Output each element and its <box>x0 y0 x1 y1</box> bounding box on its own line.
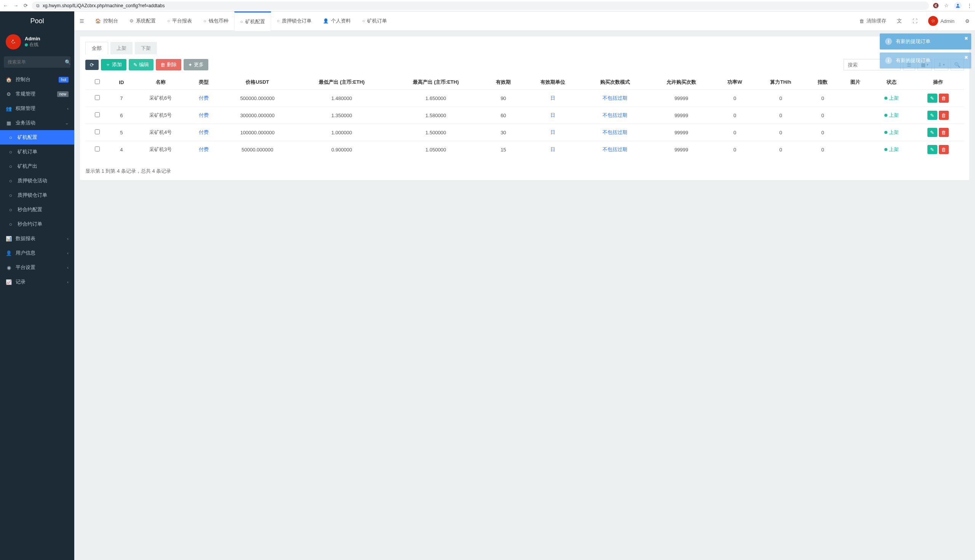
kebab-icon[interactable]: ⋮ <box>967 3 972 8</box>
column-header[interactable]: 购买次数模式 <box>582 75 648 90</box>
status-badge[interactable]: 上架 <box>885 112 899 119</box>
row-delete-button[interactable]: 🗑 <box>939 145 949 154</box>
profile-icon[interactable] <box>954 2 962 10</box>
notification-toast[interactable]: i 有新的提现订单 ✖ <box>880 52 971 68</box>
column-header[interactable]: 最高产出 (主币:ETH) <box>389 75 483 90</box>
sidebar-search-input[interactable] <box>8 59 65 65</box>
sidebar-item[interactable]: ▦业务活动⌄ <box>0 116 74 130</box>
row-edit-button[interactable]: ✎ <box>927 128 937 137</box>
add-button[interactable]: ＋ 添加 <box>101 59 126 70</box>
status-badge[interactable]: 上架 <box>885 146 899 153</box>
row-delete-button[interactable]: 🗑 <box>939 111 949 120</box>
row-checkbox[interactable] <box>95 95 100 100</box>
top-tab[interactable]: ○矿机订单 <box>356 12 393 30</box>
type-link[interactable]: 付费 <box>199 147 209 152</box>
top-tab[interactable]: ⚙系统配置 <box>124 12 162 30</box>
column-header[interactable]: 最低产出 (主币:ETH) <box>295 75 389 90</box>
column-header[interactable]: 名称 <box>133 75 187 90</box>
sidebar-subitem[interactable]: ○矿机产出 <box>0 159 74 173</box>
settings-gear-icon[interactable]: ⚙ <box>960 12 975 30</box>
row-delete-button[interactable]: 🗑 <box>939 93 949 103</box>
mode-link[interactable]: 不包括过期 <box>602 147 627 152</box>
column-header[interactable] <box>85 75 109 90</box>
status-badge[interactable]: 上架 <box>885 129 899 136</box>
column-header[interactable]: 类型 <box>188 75 220 90</box>
mode-link[interactable]: 不包括过期 <box>602 112 627 118</box>
row-checkbox[interactable] <box>95 147 100 152</box>
bookmark-icon[interactable]: ☆ <box>944 3 949 8</box>
column-header[interactable]: 有效期 <box>483 75 524 90</box>
close-icon[interactable]: ✖ <box>964 36 968 41</box>
column-header[interactable]: 状态 <box>871 75 912 90</box>
unit-link[interactable]: 日 <box>550 129 555 135</box>
sidebar-subitem[interactable]: ○矿机订单 <box>0 145 74 159</box>
column-header[interactable]: 图片 <box>839 75 871 90</box>
close-icon[interactable]: ✖ <box>964 55 968 60</box>
subtab[interactable]: 下架 <box>135 42 157 54</box>
row-edit-button[interactable]: ✎ <box>927 145 937 154</box>
column-header[interactable]: 价格USDT <box>220 75 294 90</box>
top-tab[interactable]: ○钱包币种 <box>198 12 234 30</box>
edit-button[interactable]: ✎ 编辑 <box>129 59 154 70</box>
sidebar-item[interactable]: 👤用户信息‹ <box>0 246 74 260</box>
column-header[interactable]: ID <box>109 75 133 90</box>
sidebar-subitem[interactable]: ○质押锁仓活动 <box>0 173 74 188</box>
row-checkbox[interactable] <box>95 129 100 134</box>
site-info-icon[interactable]: ⧉ <box>36 3 40 8</box>
status-badge[interactable]: 上架 <box>885 95 899 102</box>
hamburger-icon[interactable]: ☰ <box>74 12 90 30</box>
unit-link[interactable]: 日 <box>550 95 555 101</box>
more-button[interactable]: ✦ 更多 <box>184 59 208 70</box>
unit-link[interactable]: 日 <box>550 112 555 118</box>
mute-icon[interactable]: 🔇 <box>933 3 939 8</box>
sidebar-search[interactable]: 🔍 <box>4 56 70 68</box>
mode-link[interactable]: 不包括过期 <box>602 95 627 101</box>
sidebar-item[interactable]: 🏠控制台hot <box>0 72 74 87</box>
fullscreen-icon[interactable]: ⛶ <box>907 12 923 30</box>
type-link[interactable]: 付费 <box>199 95 209 101</box>
column-header[interactable]: 允许购买次数 <box>648 75 714 90</box>
sidebar-item[interactable]: ◉平台设置‹ <box>0 260 74 275</box>
select-all-checkbox[interactable] <box>95 79 100 84</box>
sidebar-item[interactable]: 📈记录‹ <box>0 275 74 289</box>
top-tab[interactable]: ○质押锁仓订单 <box>271 12 317 30</box>
row-edit-button[interactable]: ✎ <box>927 93 937 103</box>
column-header[interactable]: 有效期单位 <box>523 75 582 90</box>
subtab[interactable]: 全部 <box>85 42 108 54</box>
reload-icon[interactable]: ⟳ <box>23 3 28 8</box>
type-link[interactable]: 付费 <box>199 112 209 118</box>
type-link[interactable]: 付费 <box>199 129 209 135</box>
top-tab[interactable]: ○平台报表 <box>162 12 198 30</box>
sidebar-subitem[interactable]: ○秒合约配置 <box>0 202 74 217</box>
subtab[interactable]: 上架 <box>110 42 132 54</box>
refresh-button[interactable]: ⟳ <box>85 60 99 70</box>
sidebar-item[interactable]: 👥权限管理‹ <box>0 101 74 116</box>
sidebar-item[interactable]: ⚙常规管理new <box>0 87 74 101</box>
url-bar[interactable]: ⧉ xg.hwym.shop/lLiQAZcbrx.php/machine_co… <box>32 2 929 10</box>
top-tab[interactable]: 🏠控制台 <box>90 12 124 30</box>
admin-menu[interactable]: Admin <box>923 12 960 30</box>
top-tab[interactable]: ○矿机配置 <box>234 12 271 31</box>
top-tab[interactable]: 👤个人资料 <box>317 12 356 30</box>
sidebar-subitem[interactable]: ○质押锁仓订单 <box>0 188 74 202</box>
back-icon[interactable]: ← <box>3 3 8 8</box>
delete-button[interactable]: 🗑 删除 <box>156 59 181 70</box>
unit-link[interactable]: 日 <box>550 147 555 152</box>
sidebar-item[interactable]: 📊数据报表‹ <box>0 231 74 246</box>
column-header[interactable]: 算力TH/h <box>755 75 807 90</box>
sidebar-subitem[interactable]: ○秒合约订单 <box>0 217 74 231</box>
forward-icon[interactable]: → <box>13 3 18 8</box>
row-edit-button[interactable]: ✎ <box>927 111 937 120</box>
user-panel[interactable]: Admin 在线 <box>0 30 74 53</box>
language-icon[interactable]: 文 <box>891 12 907 30</box>
notification-toast[interactable]: i 有新的提现订单 ✖ <box>880 33 971 50</box>
row-checkbox[interactable] <box>95 112 100 117</box>
search-icon[interactable]: 🔍 <box>65 59 71 65</box>
mode-link[interactable]: 不包括过期 <box>602 129 627 135</box>
column-header[interactable]: 功率W <box>714 75 755 90</box>
table-scroll[interactable]: ID名称类型价格USDT最低产出 (主币:ETH)最高产出 (主币:ETH)有效… <box>85 75 964 162</box>
sidebar-subitem[interactable]: ○矿机配置 <box>0 130 74 145</box>
clear-cache-button[interactable]: 🗑 清除缓存 <box>854 12 891 30</box>
column-header[interactable]: 操作 <box>912 75 964 90</box>
row-delete-button[interactable]: 🗑 <box>939 128 949 137</box>
